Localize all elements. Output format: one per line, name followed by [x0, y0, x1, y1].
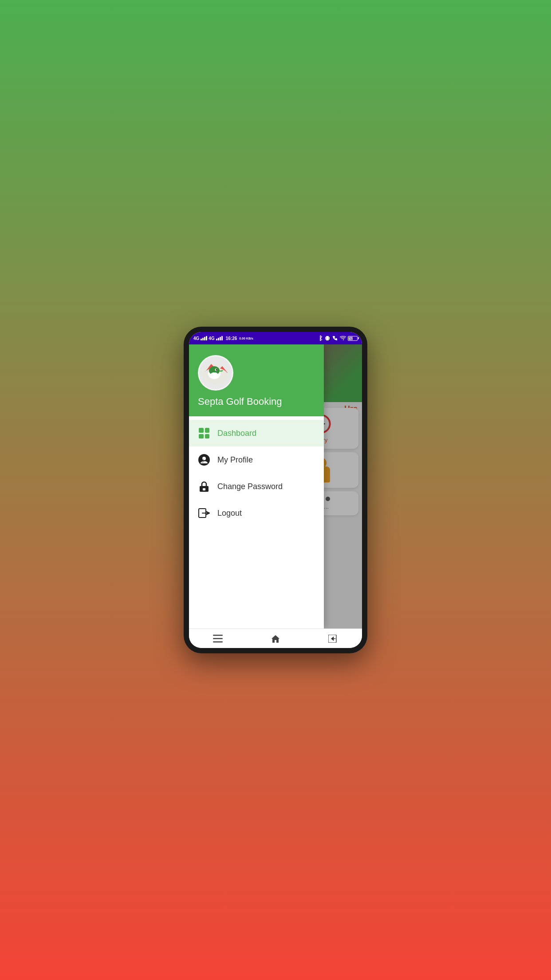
svg-rect-23 [213, 638, 223, 639]
dashboard-icon [198, 427, 210, 439]
svg-rect-24 [213, 641, 223, 643]
svg-rect-19 [203, 488, 205, 490]
svg-point-14 [216, 369, 217, 371]
hamburger-button[interactable] [189, 629, 247, 648]
wifi-icon [340, 336, 346, 341]
signal-bars-1 [201, 336, 207, 340]
data-speed: 0.00 KB/s [239, 337, 253, 340]
signal-bars-2 [216, 336, 223, 340]
sidebar-item-dashboard[interactable]: Dashboard [189, 420, 324, 447]
my-profile-menu-label: My Profile [217, 455, 253, 465]
svg-point-17 [200, 458, 205, 463]
app-title: Septa Golf Booking [198, 396, 282, 407]
home-icon [271, 634, 280, 644]
bluetooth-icon [318, 335, 323, 341]
sidebar-item-my-profile[interactable]: My Profile [189, 447, 324, 473]
home-button[interactable] [247, 629, 304, 648]
network1-label: 4G [193, 336, 199, 341]
drawer-menu: Dashboard My [189, 416, 324, 628]
vibrate-icon [325, 335, 330, 341]
back-button[interactable] [304, 629, 362, 648]
svg-rect-22 [213, 635, 223, 636]
screen-content: Hrs story [189, 344, 362, 628]
hamburger-icon [213, 635, 223, 643]
phone-icon [332, 335, 338, 341]
profile-icon [198, 454, 210, 466]
svg-rect-2 [329, 337, 330, 340]
logout-menu-label: Logout [217, 509, 242, 518]
lock-icon [198, 480, 210, 493]
duck-logo-svg [200, 357, 231, 388]
drawer-header: Septa Golf Booking [189, 344, 324, 416]
app-logo [198, 355, 233, 391]
svg-rect-1 [325, 337, 326, 340]
sidebar-item-change-password[interactable]: Change Password [189, 473, 324, 500]
side-drawer: Septa Golf Booking [189, 344, 324, 628]
dashboard-menu-label: Dashboard [217, 429, 256, 438]
battery-indicator: 52 [348, 336, 358, 341]
time-label: 16:26 [226, 336, 237, 341]
battery-text: 52 [349, 337, 353, 340]
phone-shell: 4G 4G 16:26 0.00 KB/s [184, 327, 367, 653]
change-password-menu-label: Change Password [217, 482, 283, 491]
sidebar-item-logout[interactable]: Logout [189, 500, 324, 526]
network2-label: 4G [209, 336, 214, 341]
navigation-bar [189, 628, 362, 648]
status-bar-left: 4G 4G 16:26 0.00 KB/s [193, 336, 253, 341]
logout-icon [198, 507, 210, 519]
status-bar-right: 52 [318, 335, 358, 341]
svg-point-12 [211, 372, 218, 376]
back-icon [328, 635, 338, 643]
svg-rect-0 [326, 336, 329, 340]
phone-screen: 4G 4G 16:26 0.00 KB/s [189, 332, 362, 648]
status-bar: 4G 4G 16:26 0.00 KB/s [189, 332, 362, 344]
